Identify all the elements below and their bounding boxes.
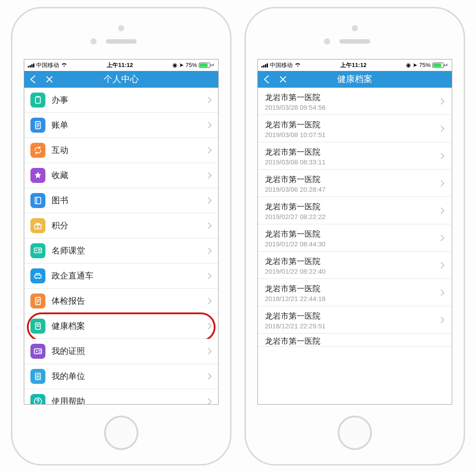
menu-item-label: 政企直通车 [52,270,208,282]
car-icon [30,268,45,283]
phone-sensor [324,38,330,45]
chevron-right-icon [208,398,212,404]
record-item-1[interactable]: 龙岩市第一医院2019/03/08 10:07:51 [258,115,452,142]
chevron-right-icon [208,222,212,229]
chevron-right-icon [208,247,212,254]
receipt-icon [30,118,45,133]
chevron-right-icon [440,98,445,105]
svg-rect-0 [36,97,41,103]
chevron-right-icon [208,373,212,380]
menu-item-label: 我的单位 [52,371,208,382]
record-title: 龙岩市第一医院 [265,147,440,157]
record-title: 龙岩市第一医院 [265,119,440,130]
chevron-right-icon [440,262,445,269]
nav-bar: 健康档案 [258,71,452,88]
folder-icon [30,319,45,334]
svg-rect-7 [35,275,41,278]
menu-item-11[interactable]: 我的单位 [24,364,218,389]
record-time: 2019/03/08 10:07:51 [265,131,440,138]
record-time: 2019/03/08 08:33:11 [265,158,440,166]
menu-item-label: 图书 [52,195,208,206]
menu-item-label: 积分 [52,220,208,231]
screen-left: 中国移动 上午11:12 ◉ ➤ 75% ⚡︎ 个人中心 [24,59,219,405]
battery-pct: 75% [419,62,431,68]
menu-item-5[interactable]: 积分 [24,213,218,238]
back-button[interactable] [24,71,41,88]
alarm-icon: ◉ [172,62,177,68]
menu-item-7[interactable]: 政企直通车 [24,264,218,289]
chevron-right-icon [208,172,212,179]
menu-item-label: 收藏 [52,170,208,181]
chevron-right-icon [440,207,445,214]
status-bar: 中国移动 上午11:12 ◉ ➤ 75% ⚡︎ [258,59,452,71]
menu-item-label: 互动 [52,145,208,156]
back-button[interactable] [258,71,275,88]
menu-item-0[interactable]: 办事 [24,88,218,113]
record-item-5[interactable]: 龙岩市第一医院2019/01/22 08:44:30 [258,224,452,252]
record-item-4[interactable]: 龙岩市第一医院2019/02/27 08:22:22 [258,197,452,224]
gift-icon [30,218,45,233]
record-time: 2018/12/21 22:44:18 [265,295,440,302]
chevron-right-icon [208,323,212,330]
record-title: 龙岩市第一医院 [265,92,440,103]
record-title: 龙岩市第一医院 [265,201,440,212]
menu-item-12[interactable]: 使用帮助 [24,389,218,404]
record-item-8[interactable]: 龙岩市第一医院2018/12/21 22:29:51 [258,306,452,334]
chevron-right-icon [440,125,445,132]
carrier-label: 中国移动 [270,61,293,69]
menu-item-label: 健康档案 [52,320,208,332]
carrier-label: 中国移动 [36,61,59,69]
chevron-right-icon [208,147,212,154]
building-icon [30,369,45,384]
report-icon [30,294,45,308]
home-button[interactable] [104,416,138,450]
chevron-right-icon [208,197,212,204]
alarm-icon: ◉ [406,62,411,68]
chevron-right-icon [440,234,445,242]
location-icon: ➤ [413,62,417,68]
record-item-7[interactable]: 龙岩市第一医院2018/12/21 22:44:18 [258,279,452,306]
menu-item-label: 使用帮助 [52,396,208,404]
record-time: 2019/01/22 08:22:40 [265,268,440,275]
chevron-right-icon [440,316,445,323]
record-item-partial[interactable]: 龙岩市第一医院 [258,334,452,347]
menu-item-8[interactable]: 体检报告 [24,289,218,314]
svg-rect-1 [37,96,39,97]
record-title: 龙岩市第一医院 [265,311,440,321]
menu-item-2[interactable]: 互动 [24,138,218,163]
menu-item-1[interactable]: 账单 [24,113,218,138]
menu-item-10[interactable]: 我的证照 [24,339,218,364]
record-title: 龙岩市第一医院 [265,336,445,346]
menu-item-9[interactable]: 健康档案 [24,314,218,339]
record-time: 2019/03/28 09:54:56 [265,104,440,111]
home-button[interactable] [338,416,372,450]
menu-item-label: 名师课堂 [52,245,208,256]
chevron-right-icon [440,152,445,160]
close-button[interactable] [275,71,291,88]
menu-item-label: 我的证照 [52,346,208,357]
refresh-icon [30,143,45,158]
status-time: 上午11:12 [67,61,172,69]
menu-item-4[interactable]: 图书 [24,188,218,213]
phone-frame-right: 中国移动 上午11:12 ◉ ➤ 75% ⚡︎ 健康档案 [245,7,465,465]
chevron-right-icon [208,97,212,104]
status-time: 上午11:12 [301,61,406,69]
nav-bar: 个人中心 [24,71,218,88]
svg-point-8 [36,278,37,279]
phone-camera [118,25,124,31]
record-time: 2019/01/22 08:44:30 [265,240,440,248]
star-icon [30,168,45,183]
record-item-0[interactable]: 龙岩市第一医院2019/03/28 09:54:56 [258,88,452,115]
menu-item-6[interactable]: 名师课堂 [24,238,218,264]
close-button[interactable] [41,71,58,88]
record-item-2[interactable]: 龙岩市第一医院2019/03/08 08:33:11 [258,142,452,170]
svg-point-6 [36,249,37,251]
battery-icon: ⚡︎ [199,63,215,68]
menu-item-label: 办事 [52,94,208,106]
record-item-6[interactable]: 龙岩市第一医院2019/01/22 08:22:40 [258,252,452,279]
record-item-3[interactable]: 龙岩市第一医院2019/03/06 20:28:47 [258,170,452,197]
record-time: 2019/03/06 20:28:47 [265,186,440,193]
chevron-right-icon [440,289,445,296]
chevron-right-icon [208,272,212,279]
menu-item-3[interactable]: 收藏 [24,163,218,188]
